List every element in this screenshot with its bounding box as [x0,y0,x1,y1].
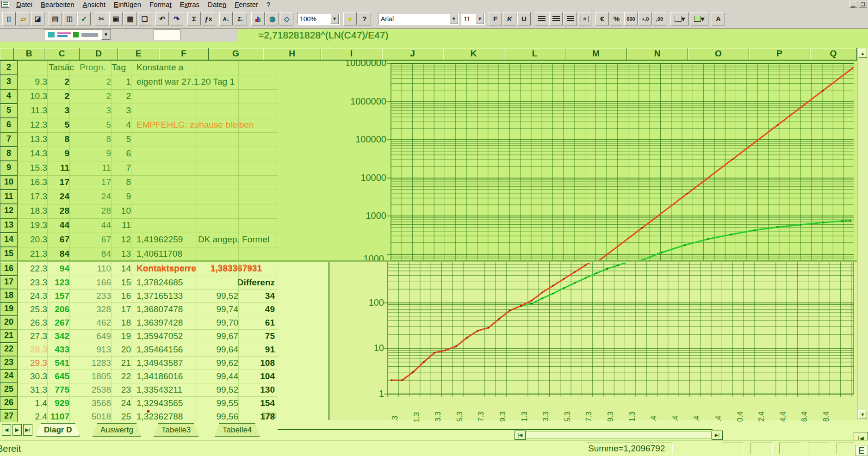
cut-icon[interactable]: ✂ [95,12,108,25]
decrease-decimal-icon[interactable]: ,00 [653,12,666,25]
save-icon[interactable]: ◪ [31,12,44,25]
cell-H25[interactable]: 130 [0,385,275,395]
menu-item-fenster[interactable]: Fenster [230,0,262,9]
hscroll-right-icon[interactable]: ▶| [712,431,723,440]
menu-item-bearbeiten[interactable]: Bearbeiten [37,0,79,9]
tab-scroll-prev-icon[interactable]: ▶ [12,424,22,436]
menu-item-daten[interactable]: Daten [204,0,230,9]
copy-icon[interactable]: ▣ [109,12,123,25]
redo-icon[interactable]: ↷ [170,12,183,25]
function-wizard-icon[interactable]: ƒx [202,12,215,25]
bold-icon[interactable]: F [489,12,502,25]
help-icon[interactable]: ? [358,12,371,25]
tab-scroll-first-icon[interactable]: ◀ [2,424,11,436]
column-header-o[interactable]: O [688,48,749,60]
italic-icon[interactable]: K [503,12,516,25]
zoom-select[interactable]: 100%▼ [297,13,340,25]
align-center-icon[interactable] [549,12,563,25]
align-right-icon[interactable] [564,12,577,25]
cell-H26[interactable]: 154 [0,398,275,408]
sheet-tab-auswertg[interactable]: Auswertg [93,423,141,437]
cell-H18[interactable]: 34 [0,291,275,301]
chart-window-lower[interactable] [329,262,857,420]
scroll-down-icon[interactable]: ▼ [858,410,867,419]
sort-ascending-icon[interactable]: A↓ [219,12,233,25]
column-header-q[interactable]: Q [810,48,857,60]
tab-scroll-last-icon[interactable]: ▶| [23,424,32,436]
column-header-b[interactable]: B [14,48,44,60]
borders-icon[interactable]: ▾ [670,12,689,25]
cell-F3[interactable]: eigentl war 27.1.20 Tag 1 [136,77,235,87]
cell-H17[interactable]: Differenz [0,277,275,288]
column-header-g[interactable]: G [209,48,263,60]
undo-icon[interactable]: ↶ [155,12,169,25]
menu-item-ansicht[interactable]: Ansicht [79,0,110,9]
formula-input[interactable]: =2,718281828^(LN(C47)/E47) [258,30,388,41]
new-icon[interactable]: ▯ [2,12,16,25]
sheet-tab-diagrd[interactable]: Diagr D [36,423,80,437]
percent-icon[interactable]: % [610,12,623,25]
open-icon[interactable]: ▱ [17,12,30,25]
map-icon[interactable]: ◍ [266,12,279,25]
cell-F14[interactable]: 1,41962259 [136,234,183,245]
column-header-d[interactable]: D [80,48,118,60]
name-box-dropdown-icon[interactable]: ▼ [101,30,111,40]
paste-icon[interactable]: ▦ [124,12,137,25]
cell-H19[interactable]: 49 [0,304,275,314]
minimize-icon[interactable]: ▁ [849,1,857,8]
font-select[interactable]: Arial▼ [378,13,459,25]
column-header-k[interactable]: K [443,48,504,60]
column-header-p[interactable]: P [749,48,810,60]
column-header-j[interactable]: J [382,48,443,60]
cell-F14[interactable]: DK angep. Formel [198,234,269,245]
merge-center-icon[interactable]: a [578,12,591,25]
chevron-down-icon[interactable]: ▼ [476,14,484,24]
restore-icon[interactable]: ❏ [859,1,867,8]
autosum-icon[interactable]: Σ [187,12,201,25]
menu-item-?[interactable]: ? [262,0,274,9]
format-painter-icon[interactable]: ❏ [138,12,151,25]
cell-H23[interactable]: 108 [0,358,275,368]
font-color-icon[interactable]: A [712,12,725,25]
drawing-icon[interactable]: ◇ [280,12,293,25]
spelling-icon[interactable]: ✓ [77,12,91,25]
currency-icon[interactable]: € [595,12,609,25]
sheet-tab-tabelle4[interactable]: Tabelle4 [215,423,260,437]
column-header-f[interactable]: F [159,48,209,60]
cell-H27[interactable]: 178 [0,412,275,422]
underline-icon[interactable]: U [517,12,531,25]
cell-H24[interactable]: 104 [0,371,275,382]
column-header-n[interactable]: N [627,48,688,60]
fill-color-icon[interactable]: ▾ [690,12,708,25]
name-box[interactable]: ▼ [44,29,111,40]
cell-F16[interactable]: Kontaktsperre [136,264,196,274]
column-header-c[interactable]: C [44,48,80,60]
menu-item-extras[interactable]: Extras [176,0,204,9]
print-icon[interactable]: ▤ [49,12,62,25]
chevron-down-icon[interactable]: ▼ [330,14,339,24]
column-header-m[interactable]: M [565,48,627,60]
column-header-h[interactable]: H [263,48,321,60]
chart-wizard-icon[interactable] [251,12,265,25]
chevron-down-icon[interactable]: ▼ [450,14,458,24]
cell-F2[interactable]: Konstante a [136,62,183,73]
font-size-select[interactable]: 11▼ [461,13,485,25]
hscroll-left-icon[interactable]: |◀ [515,431,526,440]
cell-E2[interactable]: Tag [0,62,126,73]
menu-item-datei[interactable]: Datei [12,0,37,9]
increase-decimal-icon[interactable]: +,0 [639,12,652,25]
select-all-corner[interactable] [0,48,14,60]
column-header-l[interactable]: L [504,48,565,60]
align-left-icon[interactable] [535,12,548,25]
print-preview-icon[interactable]: ◫ [63,12,76,25]
thousands-icon[interactable]: 000 [624,12,638,25]
cell-H22[interactable]: 91 [0,345,275,355]
menu-item-format[interactable]: Format [145,0,176,9]
cell-H20[interactable]: 61 [0,318,275,328]
column-header-e[interactable]: E [118,48,159,60]
tip-wizard-icon[interactable]: ● [343,12,357,25]
cell-F6[interactable]: EMPFEHLG: zuhause bleiben [136,120,254,130]
horizontal-scrollbar[interactable] [526,431,712,439]
vertical-scrollbar[interactable]: ▲ ▼ [857,48,868,420]
sheet-tab-tabelle3[interactable]: Tabelle3 [154,423,198,437]
